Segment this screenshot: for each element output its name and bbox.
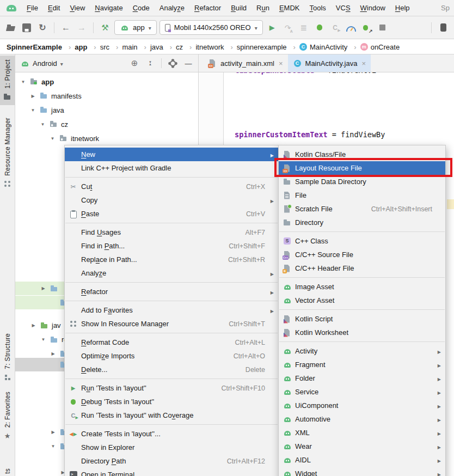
submenu-item[interactable]: File	[279, 188, 445, 202]
context-menu-item[interactable]: PasteCtrl+V	[65, 207, 278, 221]
context-menu-item[interactable]: Show in Explorer	[65, 441, 278, 454]
submenu-item[interactable]: Widget	[279, 467, 445, 476]
submenu-item[interactable]	[279, 307, 445, 312]
submenu-item[interactable]: Activity	[279, 344, 445, 358]
menubar-menu[interactable]: VCS	[331, 0, 355, 16]
menubar-menu[interactable]: Navigate	[90, 0, 127, 16]
run-config-selector[interactable]: app	[114, 20, 157, 35]
collapse-all-icon[interactable]	[145, 58, 155, 68]
breadcrumb-item[interactable]: monCreate	[360, 43, 400, 51]
submenu-item[interactable]: C++ Class	[279, 234, 445, 248]
context-menu-item[interactable]: Open in Terminal	[65, 468, 278, 476]
submenu-item[interactable]: Service	[279, 385, 445, 399]
breadcrumb-item[interactable]: src	[100, 43, 122, 51]
tree-item[interactable]	[15, 296, 65, 309]
run-coverage-icon[interactable]	[329, 21, 342, 34]
context-menu-item[interactable]: Add to Favorites	[65, 303, 278, 317]
tool-window-button[interactable]: 2: Favorites	[0, 388, 15, 444]
menubar-menu[interactable]: Window	[355, 0, 390, 16]
forward-icon[interactable]	[75, 21, 88, 34]
expand-arrow-icon[interactable]	[50, 351, 57, 356]
submenu-item[interactable]: Scratch FileCtrl+Alt+Shift+Insert	[279, 202, 445, 216]
expand-arrow-icon[interactable]	[20, 80, 27, 84]
submenu-item[interactable]: Fragment	[279, 358, 445, 371]
tree-item[interactable]: app	[15, 75, 198, 89]
expand-arrow-icon[interactable]	[50, 430, 57, 435]
submenu-item[interactable]: C/C++ Source File	[279, 248, 445, 261]
context-menu-item[interactable]: Directory PathCtrl+Alt+F12	[65, 454, 278, 468]
tree-item[interactable]: res	[15, 333, 65, 346]
context-menu-item[interactable]: Find UsagesAlt+F7	[65, 225, 278, 239]
submenu-item[interactable]: XML	[279, 426, 445, 440]
menubar-menu[interactable]: Code	[128, 0, 155, 16]
apply-changes-restart-icon[interactable]	[281, 21, 295, 34]
context-menu-item[interactable]: Delete...Delete	[65, 363, 278, 376]
tree-item[interactable]: itnetwork	[15, 131, 198, 145]
gear-icon[interactable]	[168, 58, 177, 68]
debug-icon[interactable]	[313, 21, 326, 34]
sync-icon[interactable]	[36, 21, 49, 34]
context-menu-item[interactable]: Replace in Path...Ctrl+Shift+R	[65, 253, 278, 266]
context-menu-item[interactable]	[65, 422, 278, 427]
expand-arrow-icon[interactable]	[40, 337, 47, 342]
submenu-item[interactable]: Directory	[279, 216, 445, 229]
device-selector[interactable]: Mobil 1440x2560 OREO	[159, 20, 263, 35]
context-menu-item[interactable]	[65, 376, 278, 381]
tree-item[interactable]	[15, 425, 65, 439]
breadcrumb-item[interactable]: java	[150, 43, 176, 51]
tree-item[interactable]: jav	[15, 319, 65, 332]
stop-icon[interactable]	[376, 21, 389, 34]
save-all-icon[interactable]	[20, 21, 33, 34]
context-menu-item[interactable]: Link C++ Project with Gradle	[65, 161, 278, 175]
submenu-item[interactable]: Automotive	[279, 412, 445, 426]
locate-file-icon[interactable]	[130, 58, 139, 68]
editor-tab[interactable]: MainActivity.java	[288, 54, 371, 72]
tree-item[interactable]: cz	[15, 117, 198, 131]
menubar-menu[interactable]: Edit	[43, 0, 65, 16]
breadcrumb-item[interactable]: SpinnerExample	[7, 43, 75, 51]
context-menu-item[interactable]: Show In Resource ManagerCtrl+Shift+T	[65, 317, 278, 331]
breadcrumb-item[interactable]: CMainActivity	[299, 43, 360, 51]
context-menu-item[interactable]	[65, 280, 278, 285]
submenu-item[interactable]: UiComponent	[279, 399, 445, 412]
open-icon[interactable]	[4, 21, 17, 34]
menubar-menu[interactable]: File	[22, 0, 43, 16]
tree-item[interactable]	[15, 358, 65, 371]
menubar-menu[interactable]: View	[65, 0, 90, 16]
expand-arrow-icon[interactable]	[40, 286, 47, 291]
tree-item[interactable]: java	[15, 103, 198, 117]
submenu-item[interactable]: Vector Asset	[279, 294, 445, 307]
context-menu-item[interactable]: Reformat CodeCtrl+Alt+L	[65, 335, 278, 349]
context-menu-item[interactable]: Run 'Tests in 'layout'' with Coverage	[65, 408, 278, 422]
menubar-menu[interactable]: Tools	[304, 0, 330, 16]
expand-arrow-icon[interactable]	[29, 108, 36, 113]
context-menu-item[interactable]: CutCtrl+X	[65, 180, 278, 193]
close-icon[interactable]	[361, 59, 366, 68]
tree-item[interactable]	[15, 466, 65, 476]
submenu-item[interactable]: Wear	[279, 440, 445, 453]
menubar-menu[interactable]: Refactor	[189, 0, 226, 16]
context-menu-item[interactable]: Optimize ImportsCtrl+Alt+O	[65, 349, 278, 363]
submenu-item[interactable]: Kotlin Script	[279, 312, 445, 326]
context-menu-item[interactable]: Debug 'Tests in 'layout''	[65, 395, 278, 408]
context-menu-item[interactable]: Refactor	[65, 285, 278, 298]
context-menu-item[interactable]: Find in Path...Ctrl+Shift+F	[65, 239, 278, 253]
breadcrumb-item[interactable]: cz	[176, 43, 195, 51]
context-menu-item[interactable]	[65, 221, 278, 225]
breadcrumb-item[interactable]: itnetwork	[195, 43, 236, 51]
attach-debugger-icon[interactable]	[360, 21, 373, 34]
expand-arrow-icon[interactable]	[39, 122, 46, 127]
expand-arrow-icon[interactable]	[30, 323, 37, 328]
tool-window-button[interactable]: Resource Manager	[0, 114, 15, 192]
context-menu-item[interactable]: Create 'Tests in 'layout''...	[65, 427, 278, 441]
build-hammer-icon[interactable]	[99, 21, 112, 34]
context-menu-item[interactable]: Run 'Tests in 'layout''Ctrl+Shift+F10	[65, 381, 278, 395]
close-icon[interactable]	[279, 59, 283, 68]
submenu-item[interactable]: Folder	[279, 371, 445, 385]
project-view-selector[interactable]: Android	[20, 59, 63, 68]
menubar-menu[interactable]: Run	[251, 0, 274, 16]
context-menu-item[interactable]	[65, 175, 278, 180]
hide-panel-icon[interactable]	[183, 58, 193, 68]
submenu-item[interactable]	[279, 275, 445, 280]
tool-window-button[interactable]: ts	[0, 465, 15, 476]
